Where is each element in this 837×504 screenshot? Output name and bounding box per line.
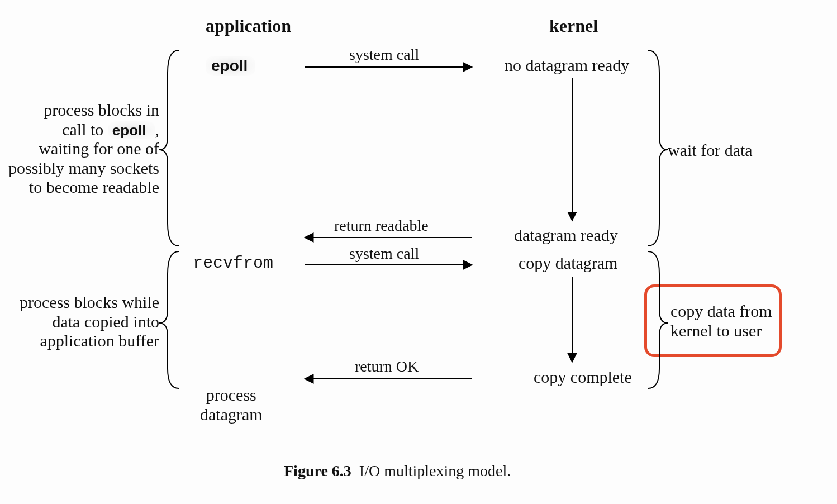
- brace-right-2: [648, 251, 668, 388]
- brace-right-1: [648, 50, 668, 246]
- diagram-svg: [0, 0, 837, 504]
- brace-left-1: [159, 50, 179, 246]
- brace-left-2: [159, 251, 179, 388]
- diagram-canvas: application kernel epoll recvfrom proces…: [0, 0, 837, 504]
